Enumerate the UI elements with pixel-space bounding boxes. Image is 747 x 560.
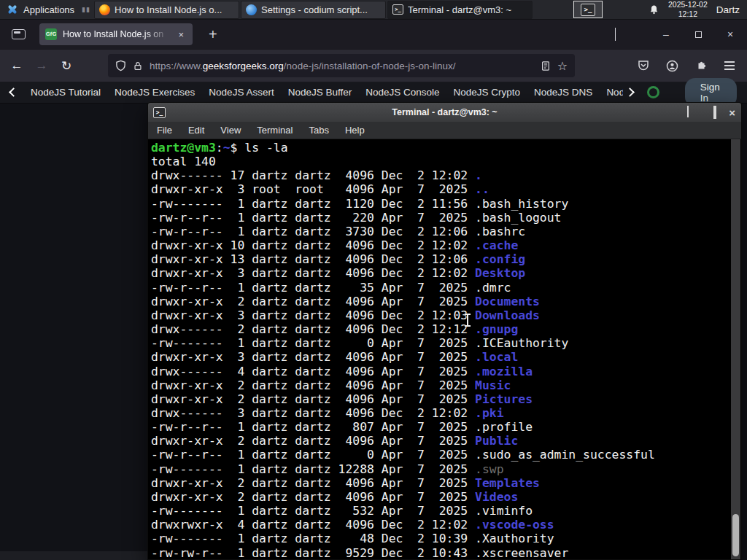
scroll-left-icon[interactable] [9, 88, 18, 97]
firefox-view-button[interactable] [6, 24, 31, 44]
terminal-line: drwx------ 17 dartz dartz 4096 Dec 2 12:… [151, 168, 730, 182]
nav-item-tutorial[interactable]: NodeJS Tutorial [31, 87, 101, 98]
terminal-line: -rw------- 1 dartz dartz 12288 Apr 7 202… [151, 462, 730, 476]
terminal-line: drwxr-xr-x 3 dartz dartz 4096 Apr 7 2025… [151, 350, 730, 364]
terminal-line: drwxr-xr-x 3 dartz dartz 4096 Dec 2 12:0… [151, 308, 730, 322]
window-maximize-button[interactable] [689, 28, 708, 40]
nav-item-buffer[interactable]: NodeJS Buffer [288, 87, 352, 98]
url-path: /node-js/installation-of-node-js-on-linu… [284, 61, 456, 71]
hamburger-menu-icon[interactable] [724, 61, 735, 71]
clock-date: 2025-12-02 [668, 0, 708, 9]
terminal-line: -rw------- 1 dartz dartz 1120 Dec 2 11:5… [151, 197, 730, 211]
terminal-title: Terminal - dartz@vm3: ~ [221, 107, 668, 117]
menu-view[interactable]: View [220, 125, 241, 136]
forward-button[interactable]: → [29, 58, 54, 73]
terminal-line: -rw-r--r-- 1 dartz dartz 3730 Dec 2 12:0… [151, 225, 730, 238]
terminal-line: drwx------ 2 dartz dartz 4096 Dec 2 12:1… [151, 322, 730, 336]
scroll-right-icon[interactable] [625, 88, 635, 97]
tracking-shield-icon[interactable] [115, 60, 126, 71]
terminal-line: -rw------- 1 dartz dartz 0 Apr 7 2025 .I… [151, 336, 730, 350]
terminal-output: dartz@vm3:~$ ls -latotal 140drwx------ 1… [151, 141, 730, 559]
account-icon[interactable] [666, 60, 678, 72]
close-button[interactable]: × [729, 107, 735, 118]
clock[interactable]: 2025-12-02 12:12 [668, 0, 708, 18]
tab-title: How to Install Node.js on [63, 29, 169, 39]
nav-item-console[interactable]: NodeJS Console [365, 87, 439, 98]
terminal-line: drwxr-xr-x 2 dartz dartz 4096 Apr 7 2025… [151, 378, 730, 392]
nav-item-truncated[interactable]: Node [606, 87, 622, 98]
applications-menu-button[interactable]: Applications [0, 0, 80, 19]
extensions-puzzle-icon[interactable] [695, 60, 707, 71]
taskbar-firefox-window[interactable]: How to Install Node.js o... [94, 1, 239, 19]
nav-item-crypto[interactable]: NodeJS Crypto [454, 87, 521, 98]
taskbar: How to Install Node.js o... Settings - c… [94, 0, 534, 19]
tab-bar: GfG How to Install Node.js on × + – × [0, 20, 747, 49]
terminal-scrollbar[interactable] [731, 139, 740, 559]
toolbar-icons [638, 60, 747, 72]
terminal-titlebar[interactable]: >_ Terminal - dartz@vm3: ~ × [148, 103, 741, 122]
lock-icon[interactable] [133, 61, 143, 71]
firefox-icon [99, 4, 110, 15]
applications-label: Applications [23, 4, 74, 15]
nav-item-exercises[interactable]: NodeJS Exercises [115, 87, 195, 98]
url-domain: geeksforgeeks.org [203, 61, 284, 71]
terminal-line: drwx------ 3 dartz dartz 4096 Dec 2 12:0… [151, 406, 730, 420]
firefox-view-icon [12, 29, 26, 39]
page-footer-strip [0, 551, 147, 560]
url-bar[interactable]: https://www.geeksforgeeks.org/node-js/in… [108, 54, 575, 77]
maximize-icon [713, 106, 716, 119]
bookmark-star-icon[interactable]: ☆ [557, 59, 568, 73]
vscodium-icon [246, 4, 257, 15]
terminal-line: -rw-r--r-- 1 dartz dartz 0 Apr 7 2025 .s… [151, 448, 730, 462]
chevron-down-icon [615, 28, 616, 41]
scrollbar-thumb[interactable] [732, 514, 739, 556]
clock-time: 12:12 [668, 9, 708, 19]
reader-mode-icon[interactable] [541, 61, 551, 71]
nav-item-dns[interactable]: NodeJS DNS [534, 87, 592, 98]
terminal-menubar: File Edit View Terminal Tabs Help [148, 122, 741, 139]
url-text: https://www.geeksforgeeks.org/node-js/in… [150, 61, 534, 71]
menu-tabs[interactable]: Tabs [309, 125, 328, 136]
window-close-button[interactable]: × [721, 28, 740, 40]
nav-item-assert[interactable]: NodeJS Assert [209, 87, 274, 98]
terminal-icon: >_ [153, 107, 166, 118]
search-icon[interactable] [647, 86, 659, 98]
url-scheme: https://www. [150, 61, 203, 71]
terminal-line: dartz@vm3:~$ ls -la [151, 141, 730, 155]
tabbar-controls: – × [612, 20, 740, 49]
terminal-line: -rw------- 1 dartz dartz 532 Apr 7 2025 … [151, 504, 730, 518]
terminal-line: drwxrwxr-x 4 dartz dartz 4096 Dec 2 12:0… [151, 518, 730, 532]
new-tab-button[interactable]: + [204, 26, 222, 43]
terminal-window-controls: × [687, 103, 735, 122]
terminal-line: total 140 [151, 155, 730, 168]
window-minimize-button[interactable]: – [657, 28, 676, 40]
shade-button[interactable] [687, 108, 689, 117]
menu-help[interactable]: Help [345, 125, 365, 136]
menu-file[interactable]: File [157, 125, 172, 136]
list-all-tabs-button[interactable] [612, 25, 619, 44]
terminal-launcher[interactable]: >_ [573, 1, 603, 18]
terminal-line: drwxr-xr-x 2 dartz dartz 4096 Apr 7 2025… [151, 295, 730, 308]
terminal-line: drwx------ 4 dartz dartz 4096 Apr 7 2025… [151, 365, 730, 378]
terminal-line: -rw-r--r-- 1 dartz dartz 35 Apr 7 2025 .… [151, 281, 730, 295]
reload-button[interactable]: ↻ [54, 58, 79, 74]
notifications-bell-icon[interactable] [649, 4, 659, 15]
taskbar-vscodium-window[interactable]: Settings - codium script... [241, 1, 386, 19]
taskbar-terminal-window[interactable]: >_ Terminal - dartz@vm3: ~ [387, 1, 533, 19]
maximize-button[interactable] [713, 108, 716, 117]
text-cursor [463, 313, 472, 327]
menu-terminal[interactable]: Terminal [257, 125, 293, 136]
terminal-line: -rw-r--r-- 1 dartz dartz 220 Apr 7 2025 … [151, 211, 730, 225]
menu-edit[interactable]: Edit [188, 125, 204, 136]
back-button[interactable]: ← [4, 58, 29, 73]
browser-tab[interactable]: GfG How to Install Node.js on × [39, 23, 193, 45]
geeksforgeeks-subnav: NodeJS Tutorial NodeJS Exercises NodeJS … [0, 82, 747, 104]
user-menu[interactable]: Dartz [716, 4, 740, 15]
terminal-body[interactable]: dartz@vm3:~$ ls -latotal 140drwx------ 1… [149, 139, 740, 559]
terminal-line: drwxr-xr-x 2 dartz dartz 4096 Apr 7 2025… [151, 392, 730, 406]
taskbar-window-label: How to Install Node.js o... [115, 4, 222, 15]
terminal-line: drwxr-xr-x 3 dartz dartz 4096 Dec 2 12:0… [151, 266, 730, 280]
tab-close-icon[interactable]: × [175, 28, 187, 42]
chevron-up-icon [687, 106, 689, 117]
pocket-icon[interactable] [638, 60, 649, 71]
